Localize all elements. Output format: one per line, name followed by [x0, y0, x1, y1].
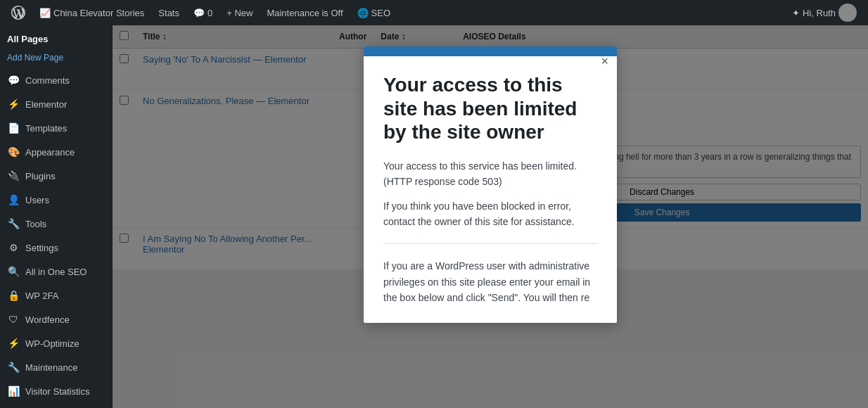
- modal-divider: [383, 243, 597, 244]
- sidebar-item-settings-label: Settings: [25, 243, 58, 253]
- stats-button[interactable]: Stats: [153, 0, 185, 25]
- modal-blue-bar: [364, 46, 617, 56]
- seo-button[interactable]: 🌐 SEO: [352, 0, 396, 25]
- sidebar-item-allinoneseo-label: All in One SEO: [25, 267, 87, 277]
- settings-sidebar-icon: ⚙: [7, 241, 20, 254]
- sidebar-item-tools-label: Tools: [25, 219, 46, 229]
- templates-sidebar-icon: 📄: [7, 122, 20, 134]
- tools-sidebar-icon: 🔧: [7, 217, 20, 230]
- sidebar-item-visitor-statistics[interactable]: 📊 Visitor Statistics: [0, 379, 113, 403]
- sidebar-item-wp2fa-label: WP 2FA: [25, 291, 58, 301]
- add-new-page-link[interactable]: Add New Page: [0, 50, 113, 68]
- sidebar-item-comments-label: Comments: [25, 75, 70, 86]
- wordfence-sidebar-icon: 🛡: [7, 313, 20, 326]
- wpoptimize-sidebar-icon: ⚡: [7, 337, 20, 350]
- sidebar-item-appearance-label: Appearance: [25, 147, 75, 158]
- sidebar-item-maintenance[interactable]: 🔧 Maintenance: [0, 355, 113, 379]
- site-name-button[interactable]: 📈 China Elevator Stories: [34, 0, 150, 25]
- stats-label: Stats: [158, 8, 179, 18]
- modal-para1: Your access to this service has been lim…: [383, 158, 597, 190]
- modal-para3: If you are a WordPress user with adminis…: [383, 258, 597, 305]
- appearance-sidebar-icon: 🎨: [7, 146, 20, 158]
- stars-icon: ✦: [792, 8, 800, 18]
- sidebar-header: All Pages: [0, 25, 113, 50]
- new-label: + New: [226, 8, 253, 18]
- sidebar-item-maintenance-label: Maintenance: [25, 362, 77, 373]
- avatar: [838, 4, 857, 22]
- wp-logo-icon: [11, 6, 25, 20]
- sidebar-item-elementor[interactable]: ⚡ Elementor: [0, 92, 113, 116]
- sidebar-item-plugins-label: Plugins: [25, 171, 56, 181]
- sidebar-item-settings[interactable]: ⚙ Settings: [0, 236, 113, 260]
- allinoneseo-sidebar-icon: 🔍: [7, 265, 20, 278]
- sidebar-item-comments[interactable]: 💬 Comments: [0, 68, 113, 92]
- comments-sidebar-icon: 💬: [7, 74, 20, 87]
- sidebar-item-wp2fa[interactable]: 🔒 WP 2FA: [0, 283, 113, 307]
- wp2fa-sidebar-icon: 🔒: [7, 289, 20, 302]
- modal-close-button[interactable]: ×: [601, 55, 608, 68]
- visitorstats-sidebar-icon: 📊: [7, 385, 20, 397]
- sidebar-item-plugins[interactable]: 🔌 Plugins: [0, 164, 113, 188]
- maintenance-sidebar-icon: 🔧: [7, 361, 20, 374]
- sidebar-item-elementor-label: Elementor: [25, 99, 67, 110]
- main-layout: All Pages Add New Page 💬 Comments ⚡ Elem…: [0, 25, 868, 408]
- elementor-sidebar-icon: ⚡: [7, 98, 20, 110]
- comments-count: 0: [208, 8, 212, 18]
- seo-label: SEO: [371, 8, 390, 18]
- modal-overlay[interactable]: × Your access to this site has been limi…: [113, 25, 868, 408]
- comments-button[interactable]: 💬 0: [188, 0, 218, 25]
- modal-para2: If you think you have been blocked in er…: [383, 198, 597, 230]
- admin-bar: 📈 China Elevator Stories Stats 💬 0 + New…: [0, 0, 868, 25]
- sidebar-item-templates-label: Templates: [25, 123, 67, 134]
- maintenance-label: Maintenance is Off: [267, 8, 343, 18]
- hi-label: Hi, Ruth: [803, 8, 836, 18]
- collapse-menu-button[interactable]: Collapse menu: [0, 403, 113, 408]
- new-button[interactable]: + New: [221, 0, 258, 25]
- sidebar-item-wordfence-label: Wordfence: [25, 314, 70, 325]
- sidebar-item-wordfence[interactable]: 🛡 Wordfence: [0, 307, 113, 331]
- sidebar-item-users[interactable]: 👤 Users: [0, 188, 113, 212]
- site-name-label: China Elevator Stories: [53, 8, 144, 18]
- main-content: Title ↕ Author Date ↕ AIOSEO Details Say…: [113, 25, 868, 408]
- maintenance-button[interactable]: Maintenance is Off: [261, 0, 348, 25]
- modal-title: Your access to this site has been limite…: [383, 73, 597, 144]
- sidebar-item-wp-optimize[interactable]: ⚡ WP-Optimize: [0, 331, 113, 355]
- seo-icon: 🌐: [357, 8, 369, 18]
- users-sidebar-icon: 👤: [7, 193, 20, 206]
- hi-user-button[interactable]: ✦ Hi, Ruth: [786, 4, 862, 22]
- plugins-sidebar-icon: 🔌: [7, 170, 20, 182]
- sidebar-item-all-in-one-seo[interactable]: 🔍 All in One SEO: [0, 260, 113, 283]
- sidebar-item-appearance[interactable]: 🎨 Appearance: [0, 140, 113, 164]
- sidebar-item-visitorstats-label: Visitor Statistics: [25, 386, 90, 397]
- site-icon: 📈: [39, 8, 51, 18]
- sidebar-item-users-label: Users: [25, 195, 49, 205]
- sidebar-item-wpoptimize-label: WP-Optimize: [25, 338, 79, 349]
- sidebar-item-templates[interactable]: 📄 Templates: [0, 116, 113, 140]
- sidebar: All Pages Add New Page 💬 Comments ⚡ Elem…: [0, 25, 113, 408]
- modal-body: Your access to this site has been limite…: [364, 56, 617, 323]
- sidebar-item-tools[interactable]: 🔧 Tools: [0, 212, 113, 236]
- wp-logo-button[interactable]: [6, 0, 31, 25]
- access-limited-modal: × Your access to this site has been limi…: [364, 46, 617, 323]
- comments-icon: 💬: [193, 8, 205, 18]
